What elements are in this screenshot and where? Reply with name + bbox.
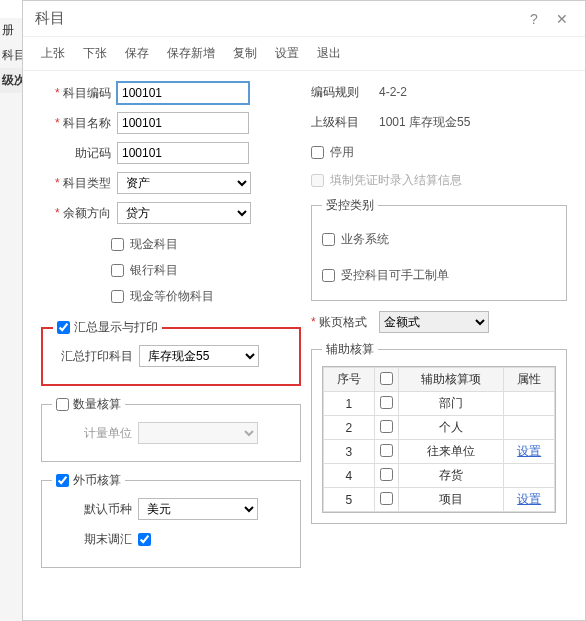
- type-label: 科目类型: [41, 175, 117, 192]
- attr-link: 设置: [517, 444, 541, 458]
- cell-attr[interactable]: 设置: [504, 488, 555, 512]
- parent-label: 上级科目: [311, 114, 379, 131]
- cell-seq: 1: [324, 392, 375, 416]
- type-select[interactable]: 资产: [117, 172, 251, 194]
- bank-check-row[interactable]: 银行科目: [111, 257, 301, 283]
- cash-checkbox[interactable]: [111, 238, 124, 251]
- fill-info-checkbox: [311, 174, 324, 187]
- summary-group: 汇总显示与打印 汇总打印科目 库存现金55: [41, 319, 301, 386]
- mnemonic-label: 助记码: [41, 145, 117, 162]
- row-checkbox[interactable]: [380, 444, 393, 457]
- save-button[interactable]: 保存: [125, 45, 149, 62]
- table-row[interactable]: 5项目设置: [324, 488, 555, 512]
- disable-checkbox[interactable]: [311, 146, 324, 159]
- controlled-group: 受控类别 业务系统 受控科目可手工制单: [311, 197, 567, 301]
- help-icon[interactable]: ?: [523, 8, 545, 30]
- col-seq: 序号: [324, 368, 375, 392]
- right-column: 编码规则 4-2-2 上级科目 1001 库存现金55 停用 填制凭证时录入结算…: [311, 81, 567, 578]
- unit-select: [138, 422, 258, 444]
- table-row[interactable]: 2个人: [324, 416, 555, 440]
- close-icon[interactable]: ✕: [551, 8, 573, 30]
- code-rule-label: 编码规则: [311, 84, 379, 101]
- cell-item: 存货: [398, 464, 504, 488]
- end-adj-checkbox[interactable]: [138, 533, 151, 546]
- cell-seq: 5: [324, 488, 375, 512]
- summary-group-checkbox[interactable]: [57, 321, 70, 334]
- biz-system-label: 业务系统: [341, 231, 389, 248]
- balance-label: 余额方向: [41, 205, 117, 222]
- row-checkbox[interactable]: [380, 492, 393, 505]
- cell-seq: 4: [324, 464, 375, 488]
- controlled-group-label: 受控类别: [322, 197, 378, 214]
- code-input[interactable]: [117, 82, 249, 104]
- fx-group: 外币核算 默认币种 美元 期末调汇: [41, 472, 301, 568]
- default-currency-label: 默认币种: [52, 501, 138, 518]
- qty-group: 数量核算 计量单位: [41, 396, 301, 462]
- copy-button[interactable]: 复制: [233, 45, 257, 62]
- save-new-button[interactable]: 保存新增: [167, 45, 215, 62]
- fill-info-row: 填制凭证时录入结算信息: [311, 169, 567, 191]
- cell-attr: [504, 416, 555, 440]
- exit-button[interactable]: 退出: [317, 45, 341, 62]
- cell-seq: 2: [324, 416, 375, 440]
- cash-equiv-check-row[interactable]: 现金等价物科目: [111, 283, 301, 309]
- check-list: 现金科目 银行科目 现金等价物科目: [111, 231, 301, 309]
- aux-table-wrap[interactable]: 序号 辅助核算项 属性 1部门2个人3往来单位设置4存货5项目设置: [322, 366, 556, 513]
- manual-label: 受控科目可手工制单: [341, 267, 449, 284]
- cell-item: 往来单位: [398, 440, 504, 464]
- row-checkbox[interactable]: [380, 396, 393, 409]
- fx-group-label: 外币核算: [73, 472, 121, 489]
- cell-attr: [504, 392, 555, 416]
- col-attr: 属性: [504, 368, 555, 392]
- left-column: 科目编码 科目名称 助记码 科目类型 资产 余额方向 贷方 现金科目 银行科: [41, 81, 301, 578]
- name-input[interactable]: [117, 112, 249, 134]
- subject-dialog: 科目 ? ✕ 上张 下张 保存 保存新增 复制 设置 退出 科目编码 科目名称 …: [22, 0, 586, 621]
- table-row[interactable]: 3往来单位设置: [324, 440, 555, 464]
- cash-equiv-checkbox[interactable]: [111, 290, 124, 303]
- disable-label: 停用: [330, 144, 354, 161]
- fx-group-checkbox[interactable]: [56, 474, 69, 487]
- dialog-title: 科目: [35, 9, 517, 28]
- attr-link: 设置: [517, 492, 541, 506]
- aux-table: 序号 辅助核算项 属性 1部门2个人3往来单位设置4存货5项目设置: [323, 367, 555, 512]
- unit-label: 计量单位: [52, 425, 138, 442]
- next-button[interactable]: 下张: [83, 45, 107, 62]
- col-check-all[interactable]: [380, 372, 393, 385]
- summary-print-select[interactable]: 库存现金55: [139, 345, 259, 367]
- title-bar: 科目 ? ✕: [23, 1, 585, 37]
- summary-group-label: 汇总显示与打印: [74, 319, 158, 336]
- cell-seq: 3: [324, 440, 375, 464]
- cell-item: 部门: [398, 392, 504, 416]
- prev-button[interactable]: 上张: [41, 45, 65, 62]
- cell-item: 个人: [398, 416, 504, 440]
- table-row[interactable]: 4存货: [324, 464, 555, 488]
- row-checkbox[interactable]: [380, 468, 393, 481]
- disable-row[interactable]: 停用: [311, 141, 567, 163]
- cash-check-row[interactable]: 现金科目: [111, 231, 301, 257]
- balance-select[interactable]: 贷方: [117, 202, 251, 224]
- biz-system-checkbox[interactable]: [322, 233, 335, 246]
- fill-info-label: 填制凭证时录入结算信息: [330, 172, 462, 189]
- mnemonic-input[interactable]: [117, 142, 249, 164]
- col-item: 辅助核算项: [398, 368, 504, 392]
- settings-button[interactable]: 设置: [275, 45, 299, 62]
- aux-group-label: 辅助核算: [322, 341, 378, 358]
- code-rule-value: 4-2-2: [379, 85, 407, 99]
- page-format-select[interactable]: 金额式: [379, 311, 489, 333]
- name-label: 科目名称: [41, 115, 117, 132]
- page-format-label: 账页格式: [311, 314, 379, 331]
- row-checkbox[interactable]: [380, 420, 393, 433]
- manual-row[interactable]: 受控科目可手工制单: [322, 264, 556, 286]
- cell-item: 项目: [398, 488, 504, 512]
- toolbar: 上张 下张 保存 保存新增 复制 设置 退出: [23, 37, 585, 71]
- end-adj-label: 期末调汇: [52, 531, 138, 548]
- manual-checkbox[interactable]: [322, 269, 335, 282]
- bank-checkbox[interactable]: [111, 264, 124, 277]
- biz-system-row[interactable]: 业务系统: [322, 228, 556, 250]
- parent-value: 1001 库存现金55: [379, 114, 470, 131]
- table-row[interactable]: 1部门: [324, 392, 555, 416]
- qty-group-checkbox[interactable]: [56, 398, 69, 411]
- qty-group-label: 数量核算: [73, 396, 121, 413]
- default-currency-select[interactable]: 美元: [138, 498, 258, 520]
- cell-attr[interactable]: 设置: [504, 440, 555, 464]
